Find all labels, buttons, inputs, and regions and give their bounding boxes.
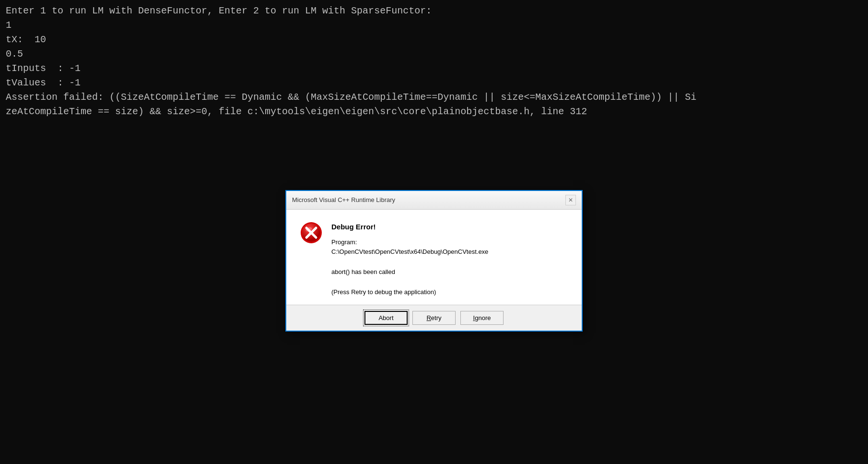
error-icon (300, 221, 323, 244)
dialog-content: Debug Error! Program: C:\OpenCVtest\Open… (331, 221, 568, 297)
dialog-titlebar: Microsoft Visual C++ Runtime Library ✕ (286, 191, 582, 210)
dialog-body: Debug Error! Program: C:\OpenCVtest\Open… (286, 210, 582, 305)
abort-message: abort() has been called (331, 267, 568, 277)
error-title: Debug Error! (331, 221, 568, 233)
dialog-footer: Abort Retry Ignore (286, 305, 582, 331)
abort-button[interactable]: Abort (364, 311, 408, 325)
retry-label-rest: etry (431, 314, 442, 321)
program-path: C:\OpenCVtest\OpenCVtest\x64\Debug\OpenC… (331, 247, 568, 257)
dialog-title: Microsoft Visual C++ Runtime Library (292, 196, 395, 203)
error-dialog: Microsoft Visual C++ Runtime Library ✕ (285, 190, 583, 332)
ignore-label-rest: gnore (475, 314, 491, 321)
program-label: Program: (331, 238, 568, 248)
close-button[interactable]: ✕ (565, 195, 576, 205)
retry-button[interactable]: Retry (412, 311, 456, 325)
retry-hint: (Press Retry to debug the application) (331, 287, 568, 297)
ignore-button[interactable]: Ignore (460, 311, 504, 325)
